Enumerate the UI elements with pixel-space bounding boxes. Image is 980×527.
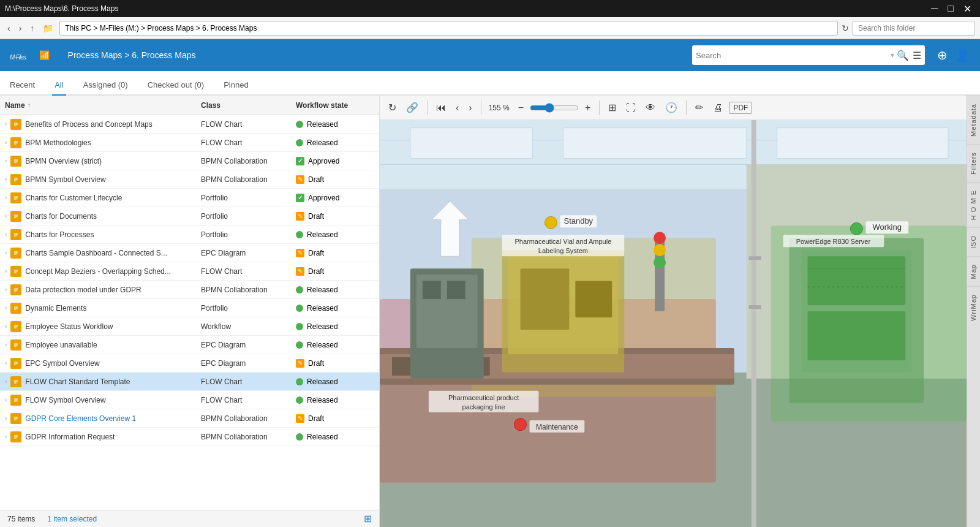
- add-button[interactable]: ⊕: [937, 48, 948, 63]
- row-class: BPMN Collaboration: [201, 286, 296, 294]
- row-status-text: Released: [307, 138, 338, 147]
- row-class: Portfolio: [201, 194, 296, 202]
- expand-arrow[interactable]: ›: [5, 305, 7, 311]
- tab-checked-out[interactable]: Checked out (0): [145, 75, 207, 96]
- class-column-header[interactable]: Class: [201, 101, 296, 110]
- expand-arrow[interactable]: ›: [5, 139, 7, 146]
- tab-recent[interactable]: Recent: [7, 75, 37, 96]
- search-input[interactable]: [696, 51, 891, 60]
- table-row[interactable]: › Benefits of Process and Concept Maps F…: [0, 115, 379, 134]
- maximize-button[interactable]: □: [944, 3, 957, 15]
- forward-button[interactable]: ›: [17, 22, 24, 34]
- tab-assigned[interactable]: Assigned (0): [81, 75, 130, 96]
- tab-pinned[interactable]: Pinned: [221, 75, 251, 96]
- quick-search-input[interactable]: [853, 21, 975, 36]
- sidebar-tab-iso[interactable]: ISO: [967, 227, 980, 256]
- tab-all[interactable]: All: [52, 75, 66, 96]
- search-dropdown-icon[interactable]: ▾: [891, 51, 894, 59]
- table-row[interactable]: › Employee unavailable EPC Diagram Relea…: [0, 336, 379, 354]
- link-button[interactable]: 🔗: [402, 99, 422, 116]
- refresh-address-button[interactable]: ↻: [842, 23, 849, 33]
- fit-button[interactable]: ⛶: [622, 100, 639, 116]
- row-status-text: Draft: [308, 359, 324, 368]
- expand-arrow[interactable]: ›: [5, 396, 7, 403]
- row-filename: FLOW Chart Standard Template: [25, 377, 130, 386]
- svg-rect-96: [575, 281, 612, 317]
- table-row[interactable]: › Dynamic Elements Portfolio Released: [0, 299, 379, 317]
- user-button[interactable]: 👤: [955, 48, 970, 63]
- zoom-out-button[interactable]: −: [514, 100, 527, 116]
- sidebar-tab-map[interactable]: Map: [967, 256, 980, 286]
- expand-arrow[interactable]: ›: [5, 286, 7, 293]
- folder-icon-button[interactable]: 📁: [40, 22, 56, 34]
- table-row[interactable]: › BPM Methodologies FLOW Chart Released: [0, 134, 379, 152]
- sidebar-tab-wrimap[interactable]: WriMap: [967, 286, 980, 328]
- row-class: FLOW Chart: [201, 377, 296, 386]
- file-icon: [10, 339, 21, 351]
- view-details-icon[interactable]: ⊞: [364, 513, 372, 525]
- expand-arrow[interactable]: ›: [5, 176, 7, 183]
- expand-arrow[interactable]: ›: [5, 268, 7, 275]
- expand-arrow[interactable]: ›: [5, 213, 7, 219]
- address-input[interactable]: [59, 21, 838, 36]
- workflow-column-header[interactable]: Workflow state: [296, 101, 380, 110]
- prev-page-button[interactable]: ‹: [452, 100, 462, 116]
- expand-arrow[interactable]: ›: [5, 194, 7, 201]
- search-icon[interactable]: 🔍: [897, 50, 909, 61]
- expand-arrow[interactable]: ›: [5, 157, 7, 164]
- row-status: Released: [296, 120, 379, 129]
- app-header: M-Files. 📶 Process Maps > 6. Process Map…: [0, 39, 980, 71]
- zoom-slider[interactable]: [530, 103, 579, 113]
- zoom-in-button[interactable]: +: [581, 100, 594, 116]
- back-button[interactable]: ‹: [5, 22, 13, 34]
- table-row[interactable]: › FLOW Symbol Overview FLOW Chart Releas…: [0, 391, 379, 409]
- name-column-header[interactable]: Name ↑: [5, 101, 201, 110]
- table-row[interactable]: › Charts for Documents Portfolio Draft: [0, 207, 379, 226]
- table-row[interactable]: › GDPR Core Elements Overview 1 BPMN Col…: [0, 409, 379, 428]
- table-row[interactable]: › EPC Symbol Overview EPC Diagram Draft: [0, 354, 379, 373]
- expand-arrow[interactable]: ›: [5, 360, 7, 366]
- sidebar-tab-home[interactable]: H O M E: [967, 182, 980, 227]
- edit-button[interactable]: ✏: [692, 99, 707, 116]
- minimize-button[interactable]: ─: [927, 3, 941, 15]
- expand-arrow[interactable]: ›: [5, 249, 7, 256]
- table-row[interactable]: › GDPR Information Request BPMN Collabor…: [0, 428, 379, 446]
- expand-arrow[interactable]: ›: [5, 433, 7, 440]
- table-row[interactable]: › BPMN Overview (strict) BPMN Collaborat…: [0, 152, 379, 170]
- expand-arrow[interactable]: ›: [5, 378, 7, 385]
- table-row[interactable]: › Charts Sample Dashboard - Connected S.…: [0, 244, 379, 262]
- sidebar-tab-filters[interactable]: Filters: [967, 144, 980, 182]
- sidebar-tab-metadata[interactable]: Metadata: [967, 96, 980, 144]
- print-button[interactable]: 🖨: [709, 100, 726, 116]
- layers-button[interactable]: ⊞: [605, 99, 620, 116]
- row-status-text: Approved: [308, 157, 339, 165]
- up-button[interactable]: ↑: [28, 22, 37, 34]
- table-row[interactable]: › Charts for Customer Lifecycle Portfoli…: [0, 189, 379, 207]
- next-page-button[interactable]: ›: [465, 100, 475, 116]
- table-row[interactable]: › BPMN Symbol Overview BPMN Collaboratio…: [0, 170, 379, 189]
- expand-arrow[interactable]: ›: [5, 415, 7, 422]
- history-button[interactable]: 🕐: [662, 99, 681, 116]
- view-button[interactable]: 👁: [642, 100, 659, 116]
- table-row[interactable]: › Employee Status Workflow Workflow Rele…: [0, 317, 379, 336]
- expand-arrow[interactable]: ›: [5, 231, 7, 238]
- file-icon: [10, 358, 21, 369]
- refresh-button[interactable]: ↻: [385, 99, 400, 116]
- expand-arrow[interactable]: ›: [5, 323, 7, 330]
- first-page-button[interactable]: ⏮: [432, 100, 450, 116]
- table-row[interactable]: › FLOW Chart Standard Template FLOW Char…: [0, 373, 379, 391]
- table-row[interactable]: › Data protection model under GDPR BPMN …: [0, 281, 379, 299]
- pdf-button[interactable]: PDF: [729, 102, 752, 114]
- row-name-cell: › Concept Map Beziers - Overlapping Sche…: [5, 266, 201, 277]
- table-row[interactable]: › Charts for Processes Portfolio Release…: [0, 226, 379, 244]
- svg-rect-95: [521, 268, 570, 330]
- row-status: Released: [296, 433, 379, 441]
- row-name-cell: › Charts Sample Dashboard - Connected S.…: [5, 248, 201, 259]
- expand-arrow[interactable]: ›: [5, 121, 7, 127]
- search-menu-icon[interactable]: ☰: [913, 50, 921, 61]
- close-button[interactable]: ✕: [960, 3, 975, 15]
- expand-arrow[interactable]: ›: [5, 341, 7, 348]
- svg-text:packaging line: packaging line: [462, 403, 505, 411]
- file-icon: [10, 395, 21, 406]
- table-row[interactable]: › Concept Map Beziers - Overlapping Sche…: [0, 262, 379, 281]
